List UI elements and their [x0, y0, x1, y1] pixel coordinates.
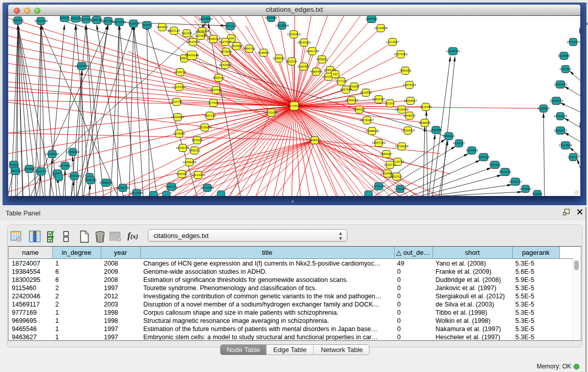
svg-text:16961758: 16961758 [306, 50, 319, 53]
svg-text:12975115: 12975115 [403, 83, 417, 86]
svg-text:18463627: 18463627 [404, 99, 418, 102]
svg-text:14136141: 14136141 [372, 185, 386, 188]
svg-text:1610755: 1610755 [170, 100, 183, 103]
svg-text:7625402: 7625402 [176, 172, 188, 176]
svg-text:1795725: 1795725 [84, 179, 97, 182]
svg-text:8215958: 8215958 [537, 107, 550, 110]
svg-text:1405571: 1405571 [12, 19, 24, 22]
svg-text:1640954: 1640954 [430, 128, 442, 132]
svg-text:887833: 887833 [192, 139, 203, 142]
svg-text:16671355: 16671355 [113, 20, 126, 24]
svg-text:12942737: 12942737 [34, 170, 48, 173]
svg-text:924566: 924566 [532, 192, 543, 195]
svg-text:10958107: 10958107 [99, 181, 113, 184]
svg-text:12093832: 12093832 [554, 83, 568, 86]
svg-text:8938923: 8938923 [443, 135, 455, 138]
svg-text:2367608: 2367608 [230, 45, 243, 48]
svg-text:16033809: 16033809 [199, 17, 213, 20]
svg-text:9115460: 9115460 [420, 105, 432, 108]
svg-text:10975857: 10975857 [58, 164, 72, 167]
svg-text:12505135: 12505135 [68, 174, 81, 178]
svg-text:17359924: 17359924 [66, 150, 80, 154]
svg-text:8990448: 8990448 [310, 70, 322, 73]
svg-text:13692971: 13692971 [554, 129, 568, 132]
svg-text:9242848: 9242848 [219, 63, 231, 67]
svg-text:10807487: 10807487 [372, 98, 386, 101]
svg-text:16210643: 16210643 [554, 115, 568, 118]
svg-text:3498222: 3498222 [188, 149, 201, 152]
svg-text:9457771: 9457771 [165, 185, 178, 188]
svg-text:891295: 891295 [182, 32, 192, 35]
svg-text:417004: 417004 [208, 101, 219, 104]
svg-text:9146821: 9146821 [257, 51, 270, 54]
svg-text:9427552: 9427552 [210, 89, 222, 92]
svg-text:16154808: 16154808 [374, 27, 388, 30]
svg-text:9684067: 9684067 [380, 152, 393, 156]
svg-text:1156829: 1156829 [24, 167, 36, 170]
svg-text:20364436: 20364436 [345, 99, 359, 102]
svg-text:17016504: 17016504 [559, 144, 573, 147]
svg-text:6966160: 6966160 [91, 18, 103, 21]
svg-text:20756928: 20756928 [395, 145, 409, 148]
svg-text:18807249: 18807249 [372, 141, 386, 144]
svg-text:16914479: 16914479 [191, 173, 205, 177]
svg-text:10543362: 10543362 [186, 40, 200, 43]
svg-text:11123: 11123 [579, 29, 580, 32]
svg-text:12213967: 12213967 [386, 40, 400, 43]
svg-text:13325419: 13325419 [287, 33, 301, 36]
svg-text:18724007: 18724007 [288, 104, 301, 107]
svg-text:9699695: 9699695 [419, 121, 431, 124]
svg-text:18640910: 18640910 [297, 41, 311, 44]
svg-text:23420046: 23420046 [185, 54, 199, 57]
svg-text:7663822: 7663822 [156, 26, 168, 29]
svg-text:7357214: 7357214 [224, 25, 236, 28]
svg-text:1327509: 1327509 [194, 34, 207, 37]
svg-text:3624554: 3624554 [360, 91, 372, 94]
svg-text:6479197: 6479197 [453, 142, 465, 145]
svg-text:7955812: 7955812 [316, 58, 328, 61]
svg-text:13535954: 13535954 [198, 126, 212, 129]
svg-text:2718176: 2718176 [174, 71, 186, 74]
svg-text:23302075: 23302075 [265, 111, 278, 114]
svg-text:1549575: 1549575 [403, 114, 416, 117]
svg-text:12923446: 12923446 [130, 191, 144, 194]
svg-text:345: 345 [333, 73, 338, 76]
svg-text:1916682: 1916682 [173, 132, 185, 135]
svg-text:8454749: 8454749 [243, 47, 255, 50]
svg-text:19654985: 19654985 [171, 116, 185, 119]
svg-text:20206556: 20206556 [46, 152, 59, 156]
svg-text:18186328: 18186328 [207, 37, 221, 40]
svg-text:2803144: 2803144 [212, 76, 225, 79]
svg-text:751554: 751554 [142, 24, 153, 27]
svg-text:1733426: 1733426 [394, 187, 406, 190]
svg-text:1615172: 1615172 [384, 163, 396, 166]
svg-text:12213363: 12213363 [172, 85, 186, 89]
svg-text:39151: 39151 [11, 169, 20, 172]
svg-text:35001: 35001 [10, 163, 18, 166]
svg-text:3875685: 3875685 [220, 50, 232, 53]
svg-text:252214: 252214 [391, 175, 402, 178]
svg-text:9474444: 9474444 [466, 149, 478, 152]
svg-text:1588520: 1588520 [273, 57, 285, 60]
svg-text:7632621: 7632621 [489, 163, 501, 166]
svg-text:62160: 62160 [386, 102, 395, 105]
svg-text:14099489: 14099489 [183, 161, 197, 164]
svg-text:10654112: 10654112 [509, 180, 522, 183]
svg-text:16782759: 16782759 [116, 186, 130, 189]
svg-text:9245652: 9245652 [519, 187, 532, 190]
svg-text:1116753: 1116753 [568, 156, 579, 159]
svg-text:10046786: 10046786 [176, 146, 190, 149]
svg-text:10688609: 10688609 [365, 129, 379, 133]
svg-text:14937: 14937 [60, 16, 69, 19]
svg-text:9327504: 9327504 [219, 40, 231, 43]
svg-text:7485063: 7485063 [399, 69, 411, 72]
svg-text:10973493: 10973493 [394, 53, 408, 56]
svg-text:1938454: 1938454 [309, 139, 321, 142]
svg-text:3267130: 3267130 [204, 114, 216, 117]
svg-text:15716485: 15716485 [201, 186, 214, 189]
svg-text:19218506: 19218506 [275, 24, 289, 27]
svg-text:9227341: 9227341 [559, 68, 572, 71]
svg-text:8813054: 8813054 [265, 16, 277, 19]
svg-text:13654923: 13654923 [401, 129, 415, 132]
svg-text:20691406: 20691406 [34, 19, 48, 23]
